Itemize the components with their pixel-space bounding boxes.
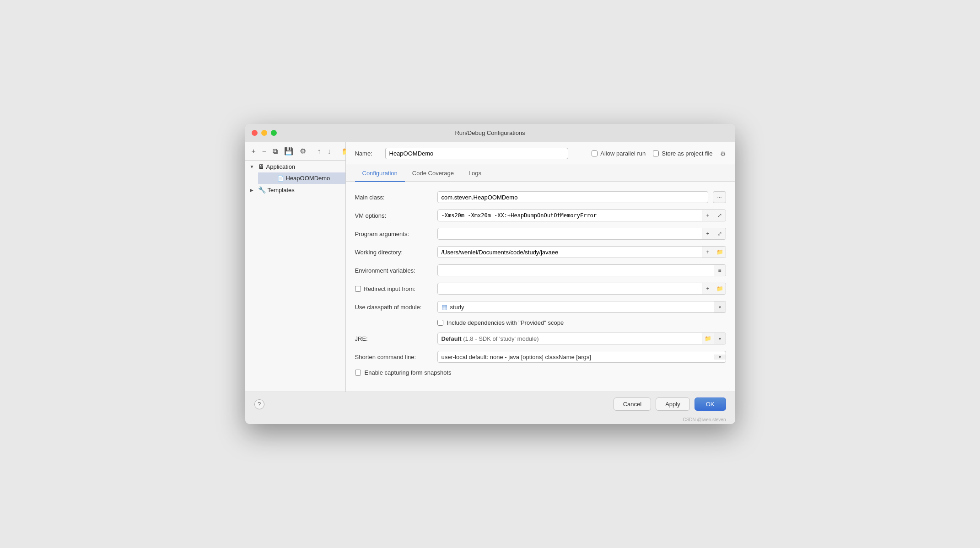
sidebar-toolbar: + − ⧉ 💾 ⚙ ↑ ↓ 📁 ↕ — [245, 142, 345, 161]
dialog-footer: ? Cancel Apply OK — [245, 392, 735, 416]
save-config-button[interactable]: 💾 — [282, 146, 295, 156]
include-deps-checkbox[interactable] — [437, 320, 443, 326]
expand-arrow: ▼ — [250, 164, 256, 169]
enable-snapshots-checkbox[interactable] — [355, 370, 361, 376]
main-class-input-wrapper — [437, 191, 709, 203]
redirect-checkbox[interactable] — [355, 286, 361, 292]
redirect-input[interactable] — [438, 283, 702, 294]
main-panel: Name: Allow parallel run Store as projec… — [346, 142, 735, 392]
close-button[interactable] — [252, 130, 258, 136]
redirect-folder-button[interactable]: 📁 — [714, 283, 726, 294]
sidebar-item-templates[interactable]: ▶ 🔧 Templates — [245, 184, 345, 196]
shorten-label: Shorten command line: — [355, 354, 433, 360]
window-controls — [252, 130, 277, 136]
working-dir-input[interactable] — [438, 247, 702, 258]
tabs-bar: Configuration Code Coverage Logs — [346, 165, 735, 182]
tab-logs[interactable]: Logs — [461, 165, 489, 182]
sidebar: + − ⧉ 💾 ⚙ ↑ ↓ 📁 ↕ ▼ 🖥 Application — [245, 142, 346, 392]
heap-item-label: HeapOOMDemo — [286, 175, 330, 182]
store-project-checkbox[interactable] — [653, 150, 659, 156]
jre-select-inner: Default (1.8 - SDK of 'study' module) — [438, 333, 702, 344]
application-icon: 🖥 — [258, 163, 264, 170]
store-settings-gear-icon[interactable]: ⚙ — [720, 150, 726, 157]
watermark: CSDN @lwen.steven — [245, 416, 735, 424]
working-dir-add-button[interactable]: + — [702, 247, 714, 258]
jre-select-wrapper: Default (1.8 - SDK of 'study' module) 📁 … — [437, 333, 726, 344]
include-deps-label[interactable]: Include dependencies with "Provided" sco… — [437, 319, 564, 326]
program-args-input[interactable] — [438, 228, 702, 239]
include-deps-row: Include dependencies with "Provided" sco… — [355, 319, 726, 326]
dialog-body: + − ⧉ 💾 ⚙ ↑ ↓ 📁 ↕ ▼ 🖥 Application — [245, 142, 735, 392]
footer-left: ? — [254, 399, 264, 409]
name-input[interactable] — [385, 148, 568, 159]
classpath-row: Use classpath of module: ▦ study ▾ — [355, 301, 726, 313]
templates-icon: 🔧 — [258, 186, 266, 193]
enable-snapshots-text: Enable capturing form snapshots — [365, 369, 452, 376]
maximize-button[interactable] — [271, 130, 277, 136]
redirect-row: Redirect input from: + 📁 — [355, 283, 726, 295]
main-class-row: Main class: ··· — [355, 191, 726, 203]
shorten-dropdown-arrow[interactable]: ▾ — [714, 355, 726, 360]
tab-configuration[interactable]: Configuration — [355, 165, 405, 182]
enable-snapshots-label[interactable]: Enable capturing form snapshots — [355, 369, 452, 376]
move-up-button[interactable]: ↑ — [315, 146, 323, 156]
main-class-browse-button[interactable]: ··· — [713, 191, 726, 203]
remove-config-button[interactable]: − — [260, 146, 268, 156]
env-vars-edit-button[interactable]: ≡ — [714, 265, 726, 276]
cancel-button[interactable]: Cancel — [614, 398, 651, 411]
env-vars-row: Environment variables: ≡ — [355, 264, 726, 276]
name-field-label: Name: — [355, 150, 378, 157]
vm-options-label: VM options: — [355, 212, 433, 219]
vm-options-input[interactable] — [438, 210, 702, 221]
application-children: 📄 HeapOOMDemo — [245, 172, 345, 184]
apply-button[interactable]: Apply — [656, 398, 690, 411]
sidebar-item-heapomdemo[interactable]: 📄 HeapOOMDemo — [258, 172, 345, 184]
classpath-select[interactable]: ▦ study ▾ — [437, 301, 726, 313]
program-args-row: Program arguments: + ⤢ — [355, 228, 726, 240]
minimize-button[interactable] — [261, 130, 267, 136]
jre-row: JRE: Default (1.8 - SDK of 'study' modul… — [355, 333, 726, 344]
vm-options-expand-button[interactable]: ⤢ — [714, 210, 726, 221]
program-args-add-button[interactable]: + — [702, 228, 714, 239]
move-down-button[interactable]: ↓ — [325, 146, 333, 156]
vm-options-add-button[interactable]: + — [702, 210, 714, 221]
program-args-label: Program arguments: — [355, 231, 433, 237]
tab-code-coverage[interactable]: Code Coverage — [405, 165, 461, 182]
vm-options-row: VM options: + ⤢ — [355, 210, 726, 221]
allow-parallel-option[interactable]: Allow parallel run — [592, 150, 646, 157]
jre-folder-button[interactable]: 📁 — [702, 333, 714, 344]
config-icon: 📄 — [277, 175, 284, 182]
name-row: Name: Allow parallel run Store as projec… — [346, 142, 735, 165]
program-args-input-wrapper: + ⤢ — [437, 228, 726, 240]
redirect-label: Redirect input from: — [364, 285, 415, 292]
working-dir-row: Working directory: + 📁 — [355, 246, 726, 258]
allow-parallel-label: Allow parallel run — [600, 150, 646, 157]
classpath-value: study — [450, 304, 464, 311]
store-project-option[interactable]: Store as project file — [653, 150, 712, 157]
working-dir-folder-button[interactable]: 📁 — [714, 247, 726, 258]
redirect-input-wrapper: + 📁 — [437, 283, 726, 295]
dialog-title: Run/Debug Configurations — [455, 129, 525, 136]
classpath-select-inner: ▦ study — [438, 303, 714, 311]
env-vars-label: Environment variables: — [355, 267, 433, 274]
enable-snapshots-row: Enable capturing form snapshots — [355, 369, 726, 376]
config-content: Main class: ··· VM options: + ⤢ — [346, 182, 735, 392]
application-label: Application — [266, 163, 296, 170]
classpath-dropdown-arrow[interactable]: ▾ — [714, 301, 726, 312]
settings-config-button[interactable]: ⚙ — [298, 146, 308, 156]
jre-dropdown-arrow[interactable]: ▾ — [714, 333, 726, 344]
copy-config-button[interactable]: ⧉ — [271, 146, 280, 156]
main-class-label: Main class: — [355, 194, 433, 201]
shorten-value: user-local default: none - java [options… — [442, 354, 591, 360]
redirect-check-label[interactable]: Redirect input from: — [355, 285, 433, 292]
sidebar-item-application[interactable]: ▼ 🖥 Application — [245, 161, 345, 172]
allow-parallel-checkbox[interactable] — [592, 150, 598, 156]
env-vars-input[interactable] — [438, 265, 714, 276]
redirect-add-button[interactable]: + — [702, 283, 714, 294]
ok-button[interactable]: OK — [695, 398, 726, 411]
add-config-button[interactable]: + — [250, 146, 258, 156]
program-args-expand-button[interactable]: ⤢ — [714, 228, 726, 239]
main-class-input[interactable] — [438, 192, 708, 203]
shorten-select[interactable]: user-local default: none - java [options… — [437, 351, 726, 363]
help-button[interactable]: ? — [254, 399, 264, 409]
